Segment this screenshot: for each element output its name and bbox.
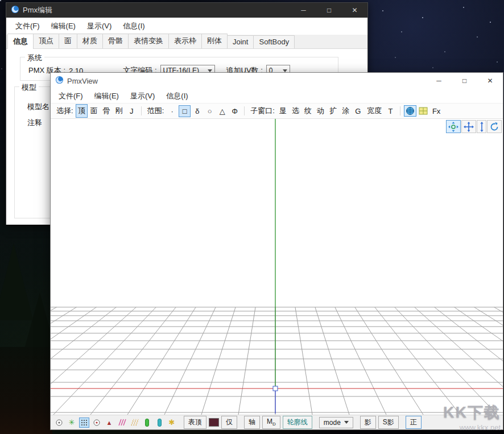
close-button[interactable]: ✕ (477, 73, 503, 89)
view-pan-button[interactable] (446, 120, 461, 133)
maximize-button[interactable]: □ (452, 73, 477, 89)
maximize-button[interactable]: □ (316, 3, 342, 18)
menu-info[interactable]: 信息(I) (117, 18, 150, 34)
subwin-paint-button[interactable]: 涂 (340, 104, 352, 118)
tab-frame[interactable]: 表示枠 (168, 34, 202, 48)
sparkle-icon[interactable]: ✳ (67, 418, 77, 428)
self-shadow-toggle-button[interactable]: S影 (378, 416, 399, 429)
viewport-3d[interactable] (51, 119, 503, 415)
fx-button[interactable]: Fx (430, 105, 443, 117)
move-icon (464, 122, 474, 132)
tab-vertex[interactable]: 顶点 (33, 34, 59, 48)
view-menubar: 文件(F) 编辑(E) 显示(V) 信息(I) (51, 89, 503, 104)
background-color-swatch[interactable] (209, 418, 219, 427)
menu-file[interactable]: 文件(F) (10, 18, 46, 34)
tab-info[interactable]: 信息 (7, 34, 34, 49)
chevron-down-icon (208, 69, 212, 72)
model-comment-label: 注释 (27, 118, 42, 128)
view-bottombar: ✳ ▲ ✱ 表顶 仅 轴 MD 轮廓线 mode (51, 415, 503, 429)
subwin-select-button[interactable]: 选 (290, 104, 301, 118)
md-toggle-button[interactable]: MD (262, 416, 280, 428)
minimize-button[interactable]: ─ (426, 73, 452, 89)
subwin-g-button[interactable]: G (352, 105, 364, 117)
window-title: Pmx编辑 (23, 5, 52, 15)
app-icon (11, 5, 19, 15)
app-icon (55, 76, 64, 86)
model-name-label: 模型名 (27, 102, 49, 112)
orange-lines-icon[interactable] (129, 418, 139, 428)
stars-decor (0, 0, 1, 1)
origin-handle (273, 386, 278, 391)
menu-file[interactable]: 文件(F) (53, 88, 89, 104)
menu-edit[interactable]: 编辑(E) (89, 88, 125, 104)
toolbar-separator (141, 106, 142, 115)
view-zoom-button[interactable] (477, 120, 486, 133)
md-label: M (267, 418, 272, 425)
magenta-lines-icon[interactable] (117, 418, 127, 428)
axis-toggle-button[interactable]: 轴 (244, 416, 260, 429)
menu-view[interactable]: 显示(V) (81, 18, 117, 34)
select-label: 选择: (56, 106, 73, 116)
menu-view[interactable]: 显示(V) (125, 88, 160, 104)
range-square-button[interactable]: □ (179, 105, 191, 117)
dot-grid-icon[interactable] (79, 418, 89, 428)
view-toolbar: 选择: 顶 面 骨 刚 J 范围: · □ δ ○ △ Φ 子窗口: 显 选 纹… (51, 104, 503, 119)
menu-edit[interactable]: 编辑(E) (46, 18, 81, 34)
globe-icon (406, 106, 415, 115)
view-move-button[interactable] (461, 120, 476, 133)
close-button[interactable]: ✕ (342, 3, 367, 18)
subwin-texture-button[interactable]: 纹 (302, 104, 314, 118)
globe-view-button[interactable] (404, 105, 416, 117)
select-bone-button[interactable]: 骨 (101, 104, 113, 118)
subwin-expand-button[interactable]: 扩 (327, 104, 339, 118)
range-triangle-button[interactable]: △ (216, 105, 228, 117)
range-dot-button[interactable]: · (166, 105, 178, 117)
tab-material[interactable]: 材质 (77, 34, 103, 48)
select-rigid-button[interactable]: 刚 (113, 104, 125, 118)
subwin-t-button[interactable]: T (385, 105, 396, 117)
tab-softbody[interactable]: SoftBody (253, 35, 295, 48)
subwindow-label: 子窗口: (250, 106, 275, 116)
tab-face[interactable]: 面 (59, 34, 77, 48)
range-circle-button[interactable]: ○ (204, 105, 216, 117)
teal-bar-icon[interactable] (154, 418, 164, 428)
tab-morph[interactable]: 表情变换 (128, 34, 169, 48)
tab-rigidbody[interactable]: 刚体 (201, 34, 228, 48)
front-view-button[interactable]: 正 (406, 416, 422, 429)
view-rotate-button[interactable] (487, 120, 502, 133)
surface-vertex-button[interactable]: 表顶 (184, 416, 206, 429)
circle-dot-icon[interactable] (92, 418, 102, 428)
green-bar-icon[interactable] (142, 418, 152, 428)
range-phi-button[interactable]: Φ (229, 105, 241, 117)
vertex-dot-icon[interactable] (54, 418, 64, 428)
range-delta-button[interactable]: δ (191, 105, 203, 117)
outline-toggle-button[interactable]: 轮廓线 (283, 416, 312, 429)
md-sub-label: D (272, 422, 276, 427)
menu-info[interactable]: 信息(I) (160, 88, 193, 104)
shadow-toggle-button[interactable]: 影 (360, 416, 376, 429)
star-icon[interactable]: ✱ (167, 418, 177, 428)
tab-bone[interactable]: 骨骼 (102, 34, 129, 48)
editor-titlebar[interactable]: Pmx编辑 ─ □ ✕ (6, 3, 367, 18)
select-face-button[interactable]: 面 (88, 104, 100, 118)
view-titlebar[interactable]: PmxView ─ □ ✕ (51, 73, 503, 89)
subwin-display-button[interactable]: 显 (277, 104, 289, 118)
triangle-icon[interactable]: ▲ (104, 418, 114, 428)
grid-icon (419, 107, 428, 115)
subwin-motion-button[interactable]: 动 (315, 104, 327, 118)
subwin-width-button[interactable]: 宽度 (365, 104, 384, 118)
only-button[interactable]: 仅 (221, 416, 237, 429)
zoom-icon (478, 122, 485, 132)
mode-dropdown[interactable]: mode (319, 417, 353, 428)
mode-label: mode (324, 419, 341, 427)
pmxview-window: PmxView ─ □ ✕ 文件(F) 编辑(E) 显示(V) 信息(I) 选择… (50, 72, 503, 430)
pan-icon (448, 122, 458, 132)
minimize-button[interactable]: ─ (291, 3, 316, 18)
grid-view-button[interactable] (417, 106, 429, 116)
system-group-label: 系统 (25, 53, 44, 63)
select-vertex-button[interactable]: 顶 (76, 104, 88, 118)
tab-joint[interactable]: Joint (227, 35, 254, 48)
range-label: 范围: (147, 106, 164, 116)
window-title: PmxView (67, 77, 98, 85)
select-joint-button[interactable]: J (126, 105, 138, 117)
